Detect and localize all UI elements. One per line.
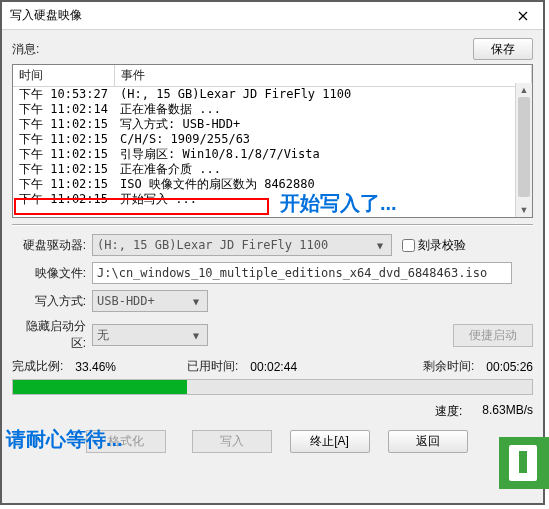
write-button[interactable]: 写入 (192, 430, 272, 453)
log-row: 下午 11:02:15引导扇区: Win10/8.1/8/7/Vista (13, 147, 532, 162)
log-row: 下午 11:02:15C/H/S: 1909/255/63 (13, 132, 532, 147)
col-time[interactable]: 时间 (13, 65, 114, 87)
col-event[interactable]: 事件 (114, 65, 531, 87)
drive-label: 硬盘驱动器: (12, 237, 92, 254)
back-button[interactable]: 返回 (388, 430, 468, 453)
record-verify-label: 刻录校验 (418, 237, 466, 254)
progress-bar (12, 379, 533, 395)
close-button[interactable] (503, 2, 543, 30)
highlight-box (14, 198, 269, 215)
remain-value: 00:05:26 (486, 360, 533, 374)
chevron-up-icon[interactable]: ▲ (516, 83, 532, 97)
chevron-down-icon: ▼ (189, 330, 203, 341)
scrollbar[interactable]: ▲ ▼ (515, 83, 532, 217)
write-method-dropdown[interactable]: USB-HDD+ ▼ (92, 290, 208, 312)
elapsed-value: 00:02:44 (250, 360, 297, 374)
message-label: 消息: (12, 41, 473, 58)
divider (12, 224, 533, 226)
image-file-field[interactable]: J:\cn_windows_10_multiple_editions_x64_d… (92, 262, 512, 284)
log-row: 下午 11:02:15正在准备介质 ... (13, 162, 532, 177)
annotation-please-wait: 请耐心等待... (6, 426, 123, 453)
chevron-down-icon[interactable]: ▼ (516, 203, 532, 217)
log-row: 下午 11:02:15ISO 映像文件的扇区数为 8462880 (13, 177, 532, 192)
remain-label: 剩余时间: (423, 358, 474, 375)
hidden-boot-label: 隐藏启动分区: (12, 318, 92, 352)
save-button[interactable]: 保存 (473, 38, 533, 60)
drive-dropdown[interactable]: (H:, 15 GB)Lexar JD FireFly 1100 ▼ (92, 234, 392, 256)
record-verify-checkbox[interactable]: 刻录校验 (402, 237, 466, 254)
watermark-icon (499, 437, 549, 489)
log-row: 下午 11:02:14正在准备数据 ... (13, 102, 532, 117)
chevron-down-icon: ▼ (189, 296, 203, 307)
close-icon (518, 11, 528, 21)
log-row: 下午 11:02:15写入方式: USB-HDD+ (13, 117, 532, 132)
scroll-thumb[interactable] (518, 97, 530, 197)
speed-value: 8.63MB/s (482, 403, 533, 420)
stop-button[interactable]: 终止[A] (290, 430, 370, 453)
percent-value: 33.46% (75, 360, 116, 374)
log-row: 下午 10:53:27(H:, 15 GB)Lexar JD FireFly 1… (13, 87, 532, 103)
progress-fill (13, 380, 187, 394)
percent-label: 完成比例: (12, 358, 63, 375)
record-verify-input[interactable] (402, 239, 415, 252)
title-bar[interactable]: 写入硬盘映像 (2, 2, 543, 30)
hidden-boot-dropdown[interactable]: 无 ▼ (92, 324, 208, 346)
log-panel: 时间 事件 下午 10:53:27(H:, 15 GB)Lexar JD Fir… (12, 64, 533, 218)
chevron-down-icon: ▼ (373, 240, 387, 251)
speed-label: 速度: (435, 403, 462, 420)
elapsed-label: 已用时间: (187, 358, 238, 375)
convenient-boot-button[interactable]: 便捷启动 (453, 324, 533, 347)
annotation-start-writing: 开始写入了... (280, 190, 397, 217)
dialog-window: 写入硬盘映像 消息: 保存 时间 事件 下午 10:53:27(H:, 15 G… (0, 0, 545, 505)
log-header-row: 时间 事件 (13, 65, 532, 87)
window-title: 写入硬盘映像 (2, 7, 503, 24)
write-method-label: 写入方式: (12, 293, 92, 310)
image-file-label: 映像文件: (12, 265, 92, 282)
